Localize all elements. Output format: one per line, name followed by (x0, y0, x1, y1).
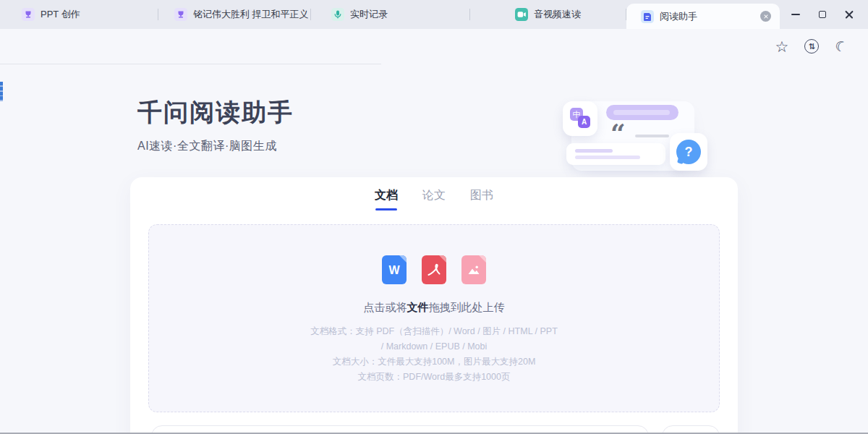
upload-size-line: 文档大小：文件最大支持100M，图片最大支持20M (308, 354, 560, 370)
panel-tabs: 文档 论文 图书 (130, 177, 738, 210)
image-glyph (465, 261, 482, 278)
tab-live-transcribe[interactable]: 实时记录 (311, 0, 469, 29)
ppt-icon (22, 8, 35, 21)
file-type-icons: W (382, 255, 486, 284)
transfer-icon[interactable]: ⇅ (804, 39, 819, 54)
header-toolbar: ☆ ⇅ ☾ (773, 33, 850, 60)
upload-prompt-bold: 文件 (407, 301, 429, 313)
upload-format-line: 文档格式：支持 PDF（含扫描件）/ Word / 图片 / HTML / PP… (308, 324, 560, 354)
close-button[interactable] (835, 0, 862, 29)
page-title: 千问阅读助手 (137, 96, 294, 129)
maximize-button[interactable] (809, 0, 835, 29)
docked-panel-handle[interactable] (0, 82, 3, 101)
quote-marks-icon: “ (610, 120, 626, 146)
reader-document-icon (641, 10, 654, 23)
window-controls (782, 0, 868, 29)
tab-paper-label: 论文 (422, 189, 446, 201)
tab-label: 铭记伟大胜利 捍卫和平正义 (193, 8, 309, 21)
tab-ppt-creation[interactable]: PPT 创作 (0, 0, 158, 29)
active-tab-underline (375, 208, 397, 210)
pdf-file-icon (422, 255, 446, 284)
image-file-icon (461, 255, 486, 284)
tab-book-label: 图书 (470, 189, 493, 201)
favorite-star-icon[interactable]: ☆ (773, 38, 791, 55)
tab-label: 音视频速读 (534, 8, 581, 21)
dark-mode-moon-icon[interactable]: ☾ (830, 35, 852, 57)
file-upload-dropzone[interactable]: W 点击或将文件拖拽到此处上传 文档格式：支持 PDF（含扫描件）/ Word … (148, 224, 720, 412)
tab-label: 阅读助手 (660, 10, 754, 23)
question-bubble-icon: ? (676, 140, 701, 164)
header-divider (0, 64, 381, 64)
tab-paper[interactable]: 论文 (422, 188, 446, 210)
minimize-button[interactable] (782, 0, 809, 29)
upload-requirements: 文档格式：支持 PDF（含扫描件）/ Word / 图片 / HTML / PP… (308, 324, 560, 385)
video-icon (515, 8, 528, 21)
upload-prompt: 点击或将文件拖拽到此处上传 (364, 301, 505, 315)
pdf-glyph (425, 261, 443, 278)
tab-close-icon[interactable] (760, 11, 771, 22)
page-fold (399, 255, 407, 263)
upload-pages-line: 文档页数：PDF/Word最多支持1000页 (308, 370, 560, 385)
illustration-snippet-bar (566, 143, 665, 165)
translate-badge: 中 A (563, 101, 597, 136)
tab-document-label: 文档 (375, 189, 398, 201)
word-file-icon: W (382, 255, 407, 284)
tab-victory-article[interactable]: 铭记伟大胜利 捍卫和平正义 (158, 0, 310, 29)
tab-book[interactable]: 图书 (470, 188, 493, 210)
upload-prompt-suffix: 拖拽到此处上传 (429, 301, 505, 313)
tab-label: 实时记录 (350, 8, 388, 21)
browser-tab-bar: PPT 创作 铭记伟大胜利 捍卫和平正义 实时记录 音视频速读 阅读助手 (0, 0, 868, 29)
tab-document[interactable]: 文档 (375, 188, 398, 210)
tab-audio-video-reading[interactable]: 音视频速读 (470, 0, 626, 29)
translate-en-icon: A (578, 116, 590, 128)
tab-label: PPT 创作 (41, 8, 80, 21)
question-badge: ? (670, 133, 707, 171)
main-panel: 文档 论文 图书 W (130, 177, 738, 434)
hero-illustration: “ 中 A ? (557, 78, 716, 174)
ppt-icon (174, 8, 187, 21)
microphone-icon (331, 8, 344, 21)
word-glyph: W (388, 264, 399, 277)
upload-prompt-prefix: 点击或将 (364, 301, 407, 313)
tab-reading-assistant[interactable]: 阅读助手 (626, 4, 780, 29)
page-subtitle: AI速读·全文翻译·脑图生成 (137, 139, 277, 154)
illustration-text-line (635, 135, 669, 137)
